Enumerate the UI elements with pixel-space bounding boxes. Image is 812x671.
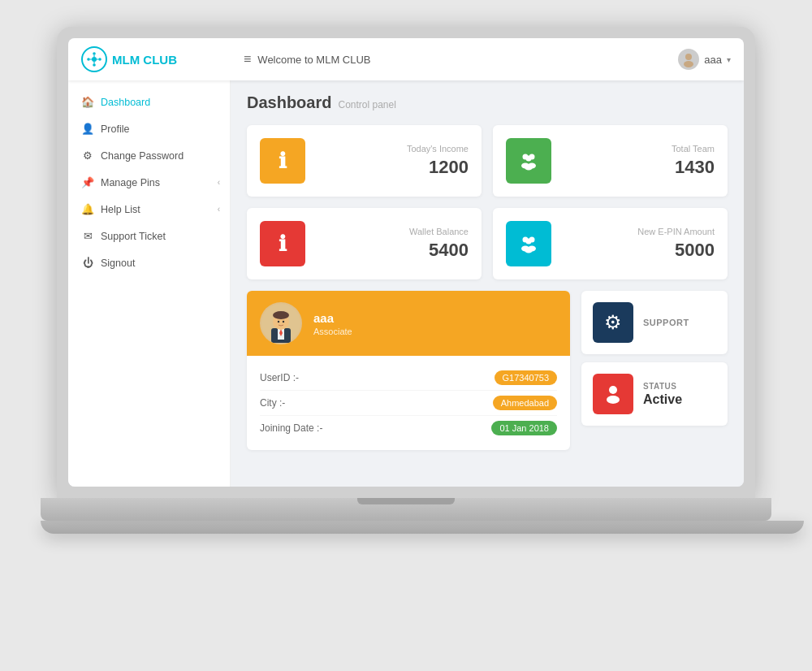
pins-chevron: ‹ [218, 178, 220, 187]
svg-point-9 [685, 54, 692, 60]
wallet-info: Wallet Balance 5400 [317, 227, 469, 261]
wallet-icon: ℹ [279, 232, 287, 257]
sidebar-item-dashboard[interactable]: 🏠 Dashboard [68, 89, 230, 115]
profile-role: Associate [313, 327, 352, 336]
header-welcome: Welcome to MLM CLUB [257, 54, 370, 66]
support-label: SUPPORT [643, 318, 689, 327]
svg-point-0 [92, 57, 97, 62]
wallet-icon-box: ℹ [260, 221, 305, 266]
city-label: City :- [260, 397, 285, 409]
epin-icon [517, 232, 540, 255]
stat-card-total-team: Total Team 1430 [493, 125, 728, 197]
status-value: Active [643, 392, 682, 407]
signout-icon: ⏻ [81, 257, 94, 269]
sidebar-item-signout[interactable]: ⏻ Signout [68, 249, 230, 276]
status-info: STATUS Active [643, 382, 682, 407]
svg-point-2 [93, 63, 96, 67]
app-container: MLM CLUB ≡ Welcome to MLM CLUB aaa ▾ [68, 38, 744, 487]
page-subtitle: Control panel [338, 99, 395, 110]
svg-point-31 [609, 386, 617, 394]
detail-row-joining-date: Joining Date :- 01 Jan 2018 [260, 416, 557, 440]
stat-card-epin: New E-PIN Amount 5000 [493, 208, 728, 279]
income-icon-box: ℹ [260, 138, 305, 184]
profile-details: UserID :- G17340753 City :- Ahmedabad Jo… [247, 356, 570, 450]
stat-card-wallet: ℹ Wallet Balance 5400 [247, 208, 482, 279]
logo-area: MLM CLUB [81, 46, 244, 72]
svg-point-29 [278, 321, 279, 323]
sidebar-label-dashboard: Dashboard [101, 97, 150, 108]
status-card[interactable]: STATUS Active [581, 362, 728, 426]
svg-point-3 [87, 58, 90, 61]
support-icon: ✉ [81, 230, 94, 242]
epin-label: New E-PIN Amount [563, 227, 715, 236]
team-icon-box [506, 138, 551, 184]
support-card[interactable]: ⚙ SUPPORT [581, 291, 728, 354]
profile-name-area: aaa Associate [313, 311, 352, 336]
svg-point-13 [526, 156, 532, 162]
svg-point-32 [607, 396, 620, 404]
laptop-wrapper: MLM CLUB ≡ Welcome to MLM CLUB aaa ▾ [41, 27, 771, 644]
support-icon-box: ⚙ [593, 302, 633, 343]
team-info: Total Team 1430 [563, 144, 715, 178]
dashboard-icon: 🏠 [81, 96, 94, 108]
support-label-area: SUPPORT [643, 318, 689, 327]
main-content: Dashboard Control panel ℹ Today's Income [231, 80, 744, 487]
userid-label: UserID :- [260, 372, 299, 383]
epin-value: 5000 [563, 240, 715, 261]
stat-card-todays-income: ℹ Today's Income 1200 [247, 125, 482, 197]
stats-grid: ℹ Today's Income 1200 [247, 125, 728, 279]
menu-icon: ≡ [244, 52, 251, 67]
sidebar-item-change-password[interactable]: ⚙ Change Password [68, 142, 230, 169]
logo-text: MLM CLUB [112, 53, 177, 67]
joining-date-label: Joining Date :- [260, 422, 322, 434]
epin-info: New E-PIN Amount 5000 [563, 227, 715, 261]
income-icon: ℹ [279, 149, 287, 174]
dropdown-chevron: ▾ [727, 55, 731, 64]
svg-point-4 [98, 58, 102, 61]
sidebar-item-profile[interactable]: 👤 Profile [68, 115, 230, 142]
svg-point-22 [525, 248, 533, 253]
header-center: ≡ Welcome to MLM CLUB [244, 52, 678, 67]
profile-name: aaa [313, 311, 352, 325]
logo-icon [81, 46, 107, 72]
sidebar-label-change-password: Change Password [101, 150, 184, 162]
profile-header: aaa Associate [247, 291, 570, 356]
sidebar: 🏠 Dashboard 👤 Profile ⚙ Change Password … [68, 80, 231, 487]
detail-row-userid: UserID :- G17340753 [260, 366, 557, 391]
team-icon [517, 149, 540, 172]
sidebar-item-support-ticket[interactable]: ✉ Support Ticket [68, 223, 230, 249]
status-label: STATUS [643, 382, 682, 391]
status-icon-box [593, 374, 633, 414]
detail-row-city: City :- Ahmedabad [260, 391, 557, 416]
team-value: 1430 [563, 157, 715, 178]
wallet-value: 5400 [317, 240, 469, 261]
svg-point-19 [526, 239, 532, 245]
userid-badge: G17340753 [495, 370, 558, 385]
team-label: Total Team [563, 144, 715, 154]
right-cards: ⚙ SUPPORT [581, 291, 728, 426]
profile-card: aaa Associate UserID :- G17340753 [247, 291, 570, 450]
sidebar-label-profile: Profile [101, 123, 129, 135]
income-info: Today's Income 1200 [317, 144, 469, 178]
app-header: MLM CLUB ≡ Welcome to MLM CLUB aaa ▾ [68, 38, 744, 80]
pins-icon: 📌 [81, 176, 94, 188]
page-title: Dashboard [247, 93, 331, 112]
app-body: 🏠 Dashboard 👤 Profile ⚙ Change Password … [68, 80, 744, 487]
profile-icon: 👤 [81, 123, 94, 135]
income-value: 1200 [317, 157, 469, 178]
header-user[interactable]: aaa ▾ [678, 49, 731, 70]
page-header: Dashboard Control panel [247, 93, 728, 112]
sidebar-label-manage-pins: Manage Pins [101, 177, 160, 188]
help-chevron: ‹ [218, 205, 220, 214]
profile-avatar [260, 302, 302, 344]
svg-point-30 [283, 321, 284, 323]
sidebar-label-signout: Signout [101, 258, 135, 269]
joining-date-badge: 01 Jan 2018 [491, 421, 557, 435]
user-avatar [678, 49, 699, 70]
wallet-label: Wallet Balance [317, 227, 469, 236]
svg-point-28 [273, 311, 289, 319]
income-label: Today's Income [317, 144, 469, 154]
sidebar-item-manage-pins[interactable]: 📌 Manage Pins ‹ [68, 169, 230, 196]
city-badge: Ahmedabad [493, 396, 557, 410]
sidebar-item-help-list[interactable]: 🔔 Help List ‹ [68, 196, 230, 223]
